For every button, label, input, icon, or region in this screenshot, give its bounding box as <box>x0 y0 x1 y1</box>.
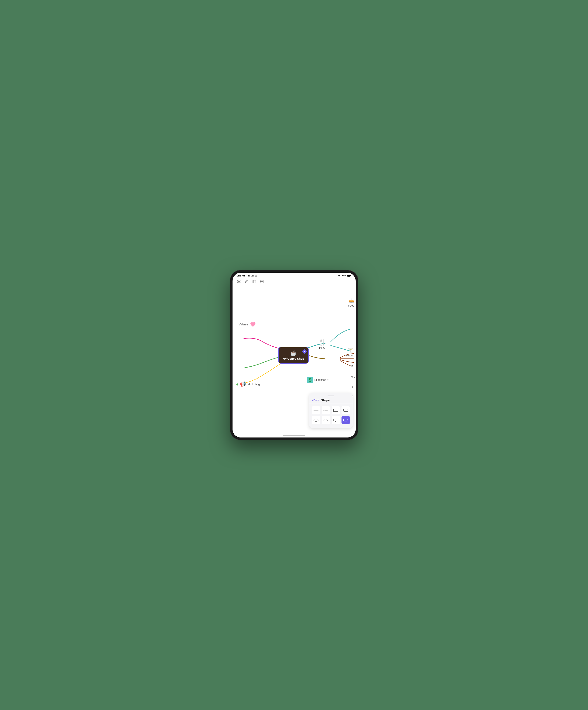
menu-icon: 🍴 <box>318 339 326 346</box>
shape-line[interactable] <box>312 406 320 415</box>
back-label: Back <box>313 399 319 402</box>
share-icon <box>245 280 248 283</box>
svg-rect-14 <box>343 409 348 411</box>
marketing-node[interactable]: ◕ 📢 Marketing ● <box>236 381 263 387</box>
layout-icon <box>252 280 256 283</box>
svg-rect-16 <box>343 419 348 421</box>
svg-rect-2 <box>347 275 350 277</box>
partial-node-b: B... <box>350 364 356 368</box>
battery-icon <box>347 275 351 277</box>
svg-rect-5 <box>238 282 239 283</box>
panel-handle <box>327 396 334 396</box>
shape-oval[interactable] <box>312 416 320 424</box>
status-right: 100% <box>338 275 351 277</box>
shape-chat-bubble[interactable] <box>332 416 340 424</box>
shape-stadium[interactable] <box>342 416 350 424</box>
share-button[interactable] <box>244 279 249 284</box>
svg-rect-4 <box>239 280 240 281</box>
svg-rect-3 <box>238 280 239 281</box>
shape-grid <box>309 404 353 427</box>
mindmap-canvas[interactable]: ☕ My Coffee Shop + Values 🩷 ◕ 📢 Marketin… <box>232 286 356 437</box>
beverage-icon: 🍸 <box>347 348 353 354</box>
central-node-label: My Coffee Shop <box>283 357 304 360</box>
beverage-label: Bevera... <box>346 354 356 357</box>
status-time: 9:41 AM <box>237 275 245 277</box>
panel-icon <box>260 280 264 283</box>
marketing-dot: ● <box>262 383 263 385</box>
shape-cloud[interactable] <box>322 416 330 424</box>
panel-button[interactable] <box>259 279 265 284</box>
shape-panel: ‹ Back Shape <box>309 393 353 428</box>
panel-header: ‹ Back Shape <box>309 398 353 404</box>
status-date: Tue Sep 15 <box>246 275 257 277</box>
beverage-node[interactable]: 🍸 Bevera... <box>346 348 356 357</box>
shape-rounded-rect[interactable] <box>342 406 350 415</box>
grid-icon <box>238 280 241 283</box>
add-node-button[interactable]: + <box>302 350 307 354</box>
expenses-icon: 💲 <box>307 377 313 383</box>
device-screen: 9:41 AM Tue Sep 15 ··· 100% <box>232 273 356 437</box>
device-frame: 9:41 AM Tue Sep 15 ··· 100% <box>230 270 358 440</box>
partial-node-u: U... <box>350 375 356 379</box>
partial-node-s: S... <box>350 386 356 389</box>
menu-label: Menu <box>319 347 325 349</box>
svg-point-15 <box>314 419 318 421</box>
battery-text: 100% <box>341 275 346 277</box>
status-bar: 9:41 AM Tue Sep 15 ··· 100% <box>232 273 356 278</box>
svg-rect-6 <box>239 282 240 283</box>
expenses-node[interactable]: 💲 Expenses ≡ <box>307 377 329 383</box>
wifi-icon <box>338 275 341 277</box>
status-dots: ··· <box>296 275 299 277</box>
chevron-left-icon: ‹ <box>312 399 313 402</box>
values-icon: 🩷 <box>250 322 256 327</box>
svg-rect-7 <box>253 280 256 283</box>
food-icon: 🥧 <box>348 298 354 304</box>
toolbar <box>232 278 356 286</box>
home-indicator <box>283 435 305 435</box>
expenses-lines-icon: ≡ <box>327 379 328 381</box>
values-node[interactable]: Values 🩷 <box>239 322 256 327</box>
shape-dashed-line[interactable] <box>322 406 330 415</box>
shape-rectangle[interactable] <box>332 406 340 415</box>
food-node[interactable]: 🥧 Food <box>348 298 354 307</box>
expenses-label: Expenses <box>315 378 326 381</box>
marketing-icon: 📢 <box>240 381 246 387</box>
menu-node[interactable]: 🍴 Menu <box>318 339 326 349</box>
values-label: Values <box>239 323 248 326</box>
grid-button[interactable] <box>236 279 242 284</box>
layout-button[interactable] <box>251 279 257 284</box>
back-button[interactable]: ‹ Back <box>312 399 319 402</box>
svg-rect-13 <box>334 409 338 411</box>
food-label: Food <box>348 304 354 307</box>
svg-point-0 <box>339 276 339 277</box>
marketing-circle-icon: ◕ <box>236 383 238 386</box>
central-node-icon: ☕ <box>283 350 304 356</box>
panel-title: Shape <box>321 399 329 402</box>
marketing-label: Marketing <box>247 382 260 386</box>
